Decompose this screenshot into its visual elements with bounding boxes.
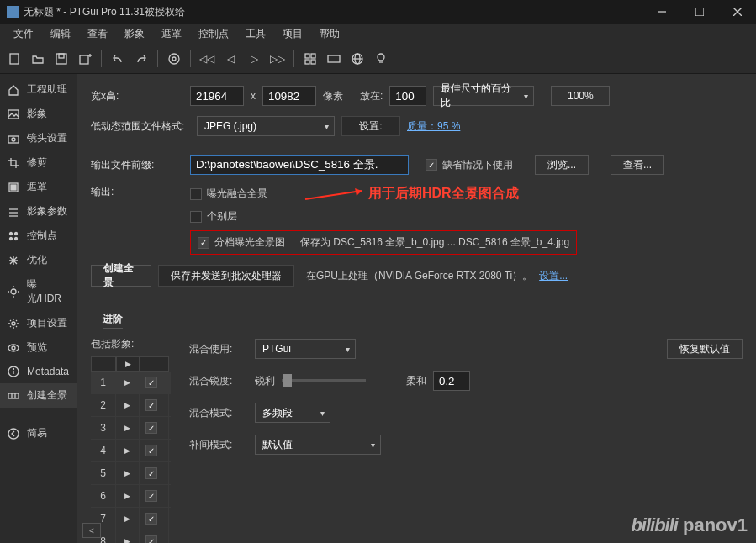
minimize-button[interactable] bbox=[642, 0, 680, 24]
table-row[interactable]: 6▶ bbox=[91, 485, 171, 508]
play-icon[interactable]: ▶ bbox=[116, 394, 140, 416]
restore-defaults-button[interactable]: 恢复默认值 bbox=[667, 339, 743, 359]
svg-rect-22 bbox=[8, 110, 19, 119]
sidebar-item-createpanorama[interactable]: 创建全景 bbox=[0, 383, 77, 408]
row-checkbox[interactable] bbox=[140, 508, 169, 530]
scale-input[interactable] bbox=[389, 86, 426, 106]
svg-rect-15 bbox=[311, 60, 315, 64]
create-panorama-button[interactable]: 创建全景 bbox=[91, 265, 151, 287]
sidebar-item-simple[interactable]: 简易 bbox=[0, 421, 77, 445]
menu-help[interactable]: 帮助 bbox=[313, 25, 346, 43]
sidebar-item-assistant[interactable]: 工程助理 bbox=[0, 77, 77, 102]
table-row[interactable]: 2▶ bbox=[91, 394, 171, 417]
height-input[interactable] bbox=[262, 86, 316, 106]
bracketed-checkbox[interactable] bbox=[198, 237, 209, 249]
sidebar-item-mask[interactable]: 遮罩 bbox=[0, 175, 77, 199]
hundred-percent-button[interactable]: 100% bbox=[551, 86, 610, 106]
gpu-text: 在GPU上处理（NVIDIA GeForce RTX 2080 Ti）。 bbox=[306, 269, 532, 283]
sidebar: 工程助理 影象 镜头设置 修剪 遮罩 影象参数 控制点 优化 曝光/HDR 项目… bbox=[0, 74, 77, 543]
close-button[interactable] bbox=[718, 0, 756, 24]
add-icon[interactable] bbox=[77, 51, 93, 66]
batch-button[interactable]: 保存并发送到批次处理器 bbox=[158, 265, 294, 287]
soft-value-input[interactable] bbox=[433, 371, 470, 391]
sidebar-item-crop[interactable]: 修剪 bbox=[0, 150, 77, 175]
row-checkbox[interactable] bbox=[140, 394, 169, 416]
undo-icon[interactable] bbox=[110, 51, 125, 66]
browse-button[interactable]: 浏览... bbox=[535, 155, 589, 175]
table-row[interactable]: 1▶ bbox=[91, 372, 171, 394]
format-settings-button[interactable]: 设置: bbox=[341, 116, 400, 136]
save-icon[interactable] bbox=[54, 51, 69, 66]
skip-forward-icon[interactable]: ▷▷ bbox=[270, 51, 285, 66]
play-icon[interactable]: ▶ bbox=[116, 508, 140, 530]
bracketed-label: 分档曝光全景图 bbox=[214, 235, 285, 250]
row-checkbox[interactable] bbox=[140, 440, 169, 461]
row-checkbox[interactable] bbox=[140, 530, 169, 543]
sidebar-item-images[interactable]: 影象 bbox=[0, 102, 77, 126]
menu-file[interactable]: 文件 bbox=[7, 25, 40, 43]
play-icon[interactable]: ▶ bbox=[116, 462, 140, 484]
fill-mode-select[interactable]: 默认值 bbox=[255, 435, 381, 455]
menu-image[interactable]: 影象 bbox=[118, 25, 151, 43]
view-button[interactable]: 查看... bbox=[611, 155, 664, 175]
play-icon[interactable]: ▶ bbox=[116, 440, 140, 461]
menu-tools[interactable]: 工具 bbox=[239, 25, 272, 43]
maximize-button[interactable] bbox=[680, 0, 718, 24]
toolbar: ◁◁ ◁ ▷ ▷▷ bbox=[0, 44, 756, 74]
fit-select[interactable]: 最佳尺寸的百分比 bbox=[433, 86, 534, 106]
play-icon[interactable]: ▶ bbox=[116, 372, 140, 393]
play-icon[interactable]: ▶ bbox=[116, 530, 140, 543]
play-icon[interactable]: ▶ bbox=[116, 417, 140, 439]
svg-rect-4 bbox=[10, 54, 19, 64]
table-row[interactable]: 5▶ bbox=[91, 462, 171, 485]
play-icon[interactable]: ▶ bbox=[116, 485, 140, 507]
table-row[interactable]: 7▶ bbox=[91, 508, 171, 530]
separator bbox=[157, 50, 158, 67]
row-checkbox[interactable] bbox=[140, 372, 169, 393]
blend-mode-select[interactable]: 多频段 bbox=[255, 403, 330, 423]
use-default-checkbox[interactable] bbox=[426, 159, 437, 171]
row-checkbox[interactable] bbox=[140, 485, 169, 507]
gpu-settings-link[interactable]: 设置... bbox=[539, 269, 568, 283]
skip-back-icon[interactable]: ◁◁ bbox=[199, 51, 214, 66]
sidebar-item-imageparams[interactable]: 影象参数 bbox=[0, 199, 77, 224]
fused-checkbox[interactable] bbox=[190, 188, 202, 200]
width-input[interactable] bbox=[190, 86, 244, 106]
blend-using-select[interactable]: PTGui bbox=[255, 339, 356, 359]
next-icon[interactable]: ▷ bbox=[246, 51, 262, 66]
prev-icon[interactable]: ◁ bbox=[223, 51, 238, 66]
sidebar-item-lens[interactable]: 镜头设置 bbox=[0, 126, 77, 150]
sidebar-item-exposure[interactable]: 曝光/HDR bbox=[0, 272, 77, 311]
format-select[interactable]: JPEG (.jpg) bbox=[197, 116, 335, 136]
sidebar-item-optimize[interactable]: 优化 bbox=[0, 248, 77, 272]
new-icon[interactable] bbox=[7, 51, 22, 66]
redo-icon[interactable] bbox=[134, 51, 149, 66]
collapse-button[interactable]: < bbox=[82, 523, 101, 538]
sidebar-item-controlpoints[interactable]: 控制点 bbox=[0, 224, 77, 248]
menu-project[interactable]: 项目 bbox=[276, 25, 309, 43]
table-row[interactable]: 4▶ bbox=[91, 440, 171, 462]
table-row[interactable]: 3▶ bbox=[91, 417, 171, 440]
settings-icon[interactable] bbox=[167, 51, 182, 66]
sidebar-item-projectsettings[interactable]: 项目设置 bbox=[0, 311, 77, 335]
panorama-icon[interactable] bbox=[326, 51, 341, 66]
row-checkbox[interactable] bbox=[140, 462, 169, 484]
table-row[interactable]: 8▶ bbox=[91, 530, 171, 543]
watermark: bilibili panov1 bbox=[631, 514, 748, 536]
menu-view[interactable]: 查看 bbox=[81, 25, 114, 43]
lightbulb-icon[interactable] bbox=[373, 51, 389, 66]
sidebar-item-metadata[interactable]: Metadata bbox=[0, 360, 77, 383]
layers-checkbox[interactable] bbox=[190, 211, 202, 223]
menu-edit[interactable]: 编辑 bbox=[44, 25, 77, 43]
sidebar-item-preview[interactable]: 预览 bbox=[0, 335, 77, 360]
sharpness-slider[interactable] bbox=[282, 379, 366, 382]
open-icon[interactable] bbox=[30, 51, 45, 66]
quality-link[interactable]: 质量：95 % bbox=[407, 119, 460, 134]
globe-icon[interactable] bbox=[350, 51, 365, 66]
menu-mask[interactable]: 遮罩 bbox=[155, 25, 188, 43]
prefix-input[interactable] bbox=[190, 155, 409, 175]
svg-rect-12 bbox=[305, 54, 309, 58]
row-checkbox[interactable] bbox=[140, 417, 169, 439]
menu-controlpoints[interactable]: 控制点 bbox=[192, 25, 235, 43]
grid-icon[interactable] bbox=[303, 51, 318, 66]
